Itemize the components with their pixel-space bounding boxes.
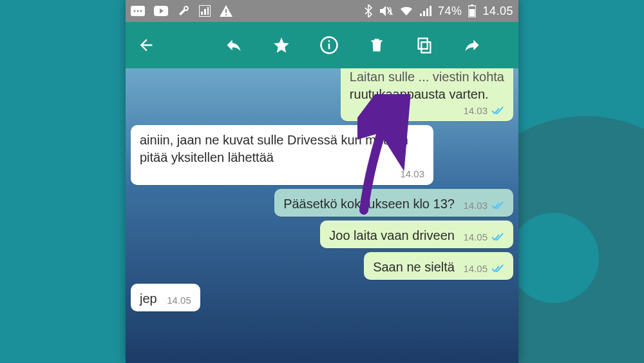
info-button[interactable]: [317, 34, 341, 57]
back-button[interactable]: [135, 34, 158, 57]
svg-rect-18: [471, 5, 473, 6]
message-time: 14.03: [463, 199, 488, 212]
svg-rect-21: [328, 44, 330, 50]
battery-icon: [468, 5, 476, 17]
message-time: 14.05: [167, 294, 191, 307]
svg-point-2: [137, 10, 139, 12]
delete-button[interactable]: [365, 34, 388, 57]
svg-rect-8: [204, 9, 206, 15]
read-ticks-icon: [491, 201, 504, 210]
status-right-icons: 74% 14.05: [365, 5, 513, 18]
copy-button[interactable]: [413, 34, 436, 57]
message-in-5[interactable]: jep 14.05: [131, 284, 513, 311]
youtube-icon: [154, 6, 168, 16]
message-text: Laitan sulle ... viestin kohta: [350, 68, 504, 86]
message-text: Saan ne sieltä: [373, 260, 455, 274]
read-ticks-icon: [491, 233, 504, 242]
battery-percent: 74%: [438, 5, 462, 18]
svg-rect-19: [469, 9, 475, 17]
mute-icon: [379, 5, 393, 17]
status-left-icons: [131, 5, 232, 17]
message-time: 14.03: [400, 168, 424, 181]
svg-rect-15: [426, 8, 428, 16]
background-decoration-inner: [509, 213, 599, 303]
svg-rect-9: [207, 7, 209, 15]
message-out-3[interactable]: Joo laita vaan driveen 14.05: [131, 221, 513, 248]
message-out-2-selected[interactable]: Pääsetkö kokoukseen klo 13? 14.03: [131, 189, 513, 217]
message-text: ruutukaappausta varten.: [350, 86, 504, 103]
message-time: 14.05: [463, 231, 488, 244]
svg-point-1: [134, 10, 136, 12]
chart-icon: [199, 5, 211, 17]
message-time: 14.05: [463, 262, 488, 275]
message-in-1[interactable]: ainiin, jaan ne kuvat sulle Drivessä kun…: [131, 125, 513, 184]
star-button[interactable]: [270, 34, 293, 57]
message-out-4[interactable]: Saan ne sieltä 14.05: [131, 252, 513, 280]
read-ticks-icon: [491, 106, 504, 115]
message-text: Pääsetkö kokoukseen klo 13?: [283, 197, 455, 211]
status-bar: 74% 14.05: [126, 0, 518, 22]
message-text: ainiin, jaan ne kuvat sulle Drivessä kun…: [140, 132, 424, 166]
read-ticks-icon: [491, 264, 504, 273]
message-text: Joo laita vaan driveen: [329, 228, 455, 242]
svg-rect-22: [328, 41, 330, 43]
wifi-icon: [399, 6, 413, 16]
svg-rect-16: [430, 6, 431, 16]
notification-badge-icon: [131, 6, 145, 16]
message-text: jep: [140, 291, 157, 306]
selection-action-bar: [126, 22, 518, 68]
signal-icon: [420, 6, 431, 16]
svg-point-3: [140, 10, 142, 12]
chat-scroll-area[interactable]: Laitan sulle ... viestin kohta ruutukaap…: [126, 68, 518, 363]
reply-button[interactable]: [222, 34, 245, 57]
svg-rect-23: [421, 42, 430, 52]
wrench-icon: [177, 5, 190, 17]
bluetooth-icon: [365, 5, 372, 17]
svg-rect-14: [423, 11, 425, 16]
forward-button[interactable]: [460, 34, 484, 57]
clock: 14.05: [482, 5, 513, 18]
svg-rect-13: [420, 14, 422, 16]
message-out-0[interactable]: Laitan sulle ... viestin kohta ruutukaap…: [131, 68, 513, 121]
warning-icon: [220, 5, 232, 17]
svg-rect-24: [419, 39, 428, 49]
message-time: 14.03: [463, 104, 488, 117]
phone-frame: 74% 14.05: [126, 0, 518, 363]
svg-rect-10: [225, 9, 227, 13]
svg-rect-11: [225, 14, 227, 15]
svg-rect-7: [201, 12, 203, 15]
